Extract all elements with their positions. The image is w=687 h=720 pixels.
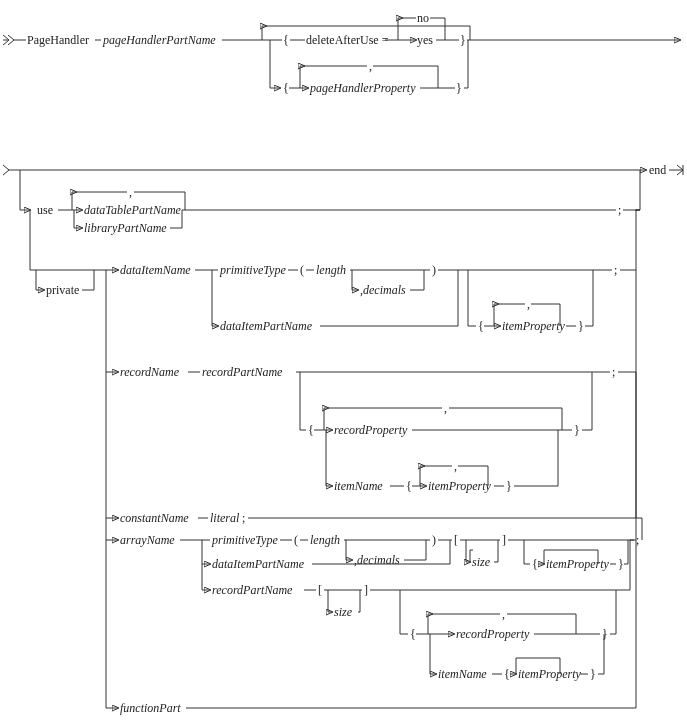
- comma-ip1: ,: [454, 459, 457, 473]
- id-itemproperty-4: itemProperty: [518, 667, 582, 681]
- kw-pagehandler: PageHandler: [27, 33, 89, 47]
- semi-const: ;: [242, 511, 245, 525]
- id-librarypartname: libraryPartName: [84, 221, 167, 235]
- comma-item1: ,: [527, 297, 530, 311]
- id-itemproperty-2: itemProperty: [428, 479, 492, 493]
- rbrace-ip2: }: [618, 557, 624, 571]
- rbrace-rec: }: [574, 423, 580, 437]
- id-arrayname: arrayName: [120, 533, 175, 547]
- lbrace-ip3: {: [504, 667, 510, 681]
- rparen-1: ): [432, 263, 436, 277]
- opt-yes: yes: [417, 33, 433, 47]
- lbrace-rec: {: [308, 423, 314, 437]
- id-pagehandlerproperty: pageHandlerProperty: [309, 81, 416, 95]
- id-length-1: length: [316, 263, 346, 277]
- branch-functionpart: functionPart: [106, 518, 636, 715]
- id-length-2: length: [310, 533, 340, 547]
- id-recordname: recordName: [120, 365, 180, 379]
- kw-deleteafteruse: deleteAfterUse =: [306, 33, 389, 47]
- id-decimals-2: ,decimals: [354, 553, 400, 567]
- id-decimals-1: ,decimals: [360, 283, 406, 297]
- id-size-2: size: [334, 605, 353, 619]
- lbrace-1: {: [283, 33, 289, 47]
- lbrace-item1: {: [478, 319, 484, 333]
- lbrace-rec2: {: [410, 627, 416, 641]
- id-dataitempartname-2: dataItemPartName: [212, 557, 305, 571]
- id-recordproperty-1: recordProperty: [334, 423, 408, 437]
- id-primitivetype-1: primitiveType: [219, 263, 286, 277]
- semi-record: ;: [612, 365, 615, 379]
- lbr-2: [: [318, 583, 322, 597]
- id-itemname-1: itemName: [334, 479, 383, 493]
- comma-rec: ,: [444, 401, 447, 415]
- lbr-1: [: [454, 533, 458, 547]
- id-datatablepartname: dataTablePartName: [84, 203, 182, 217]
- rbrace-2: }: [456, 81, 462, 95]
- id-recordpartname-1: recordPartName: [202, 365, 283, 379]
- rbrace-1: }: [460, 33, 466, 47]
- comma-use: ,: [129, 185, 132, 199]
- id-itemproperty-3: itemProperty: [546, 557, 610, 571]
- lparen-1: (: [300, 263, 304, 277]
- id-recordproperty-2: recordProperty: [456, 627, 530, 641]
- lparen-2: (: [294, 533, 298, 547]
- id-recordpartname-2: recordPartName: [212, 583, 293, 597]
- lbrace-ip1: {: [406, 479, 412, 493]
- lbrace-2: {: [283, 81, 289, 95]
- id-itemname-2: itemName: [438, 667, 487, 681]
- semi-use: ;: [618, 203, 621, 217]
- semi-arr: ;: [636, 533, 639, 547]
- id-constantname: constantName: [120, 511, 189, 525]
- rbrace-item1: }: [578, 319, 584, 333]
- kw-private: private: [46, 283, 79, 297]
- id-functionpart: functionPart: [120, 701, 181, 715]
- id-dataitemname: dataItemName: [120, 263, 191, 277]
- branch-record: recordName recordPartName ; { , recordPr…: [106, 270, 636, 493]
- rbr-2: ]: [364, 583, 368, 597]
- opt-no: no: [417, 11, 429, 25]
- semi-dataitem: ;: [614, 263, 617, 277]
- branch-private: private: [36, 270, 94, 297]
- id-literal: literal: [210, 511, 240, 525]
- branch-constant: constantName literal ;: [106, 372, 636, 525]
- syntax-diagram: line,path,polyline{stroke:#333;stroke-wi…: [0, 0, 687, 720]
- id-itemproperty-1: itemProperty: [502, 319, 566, 333]
- kw-use: use: [37, 203, 53, 217]
- id-pagehandlerpartname: pageHandlerPartName: [102, 33, 216, 47]
- branch-use: use , dataTablePartName libraryPartName …: [37, 185, 640, 235]
- lbrace-ip2: {: [532, 557, 538, 571]
- rparen-2: ): [432, 533, 436, 547]
- rbr-1: ]: [502, 533, 506, 547]
- kw-end: end: [649, 163, 666, 177]
- comma-1: ,: [369, 59, 372, 73]
- comma-rec2: ,: [502, 607, 505, 621]
- id-dataitempartname-1: dataItemPartName: [220, 319, 313, 333]
- diagram-head: PageHandler pageHandlerPartName { delete…: [3, 11, 680, 95]
- diagram-body: end use , dataTablePartName libraryPartN…: [3, 163, 683, 715]
- rbrace-ip1: }: [506, 479, 512, 493]
- rbrace-ip3: }: [590, 667, 596, 681]
- branch-dataitem: dataItemName primitiveType ( length ,dec…: [106, 210, 636, 333]
- id-primitivetype-2: primitiveType: [211, 533, 278, 547]
- rbrace-rec2: }: [602, 627, 608, 641]
- id-size-1: size: [472, 555, 491, 569]
